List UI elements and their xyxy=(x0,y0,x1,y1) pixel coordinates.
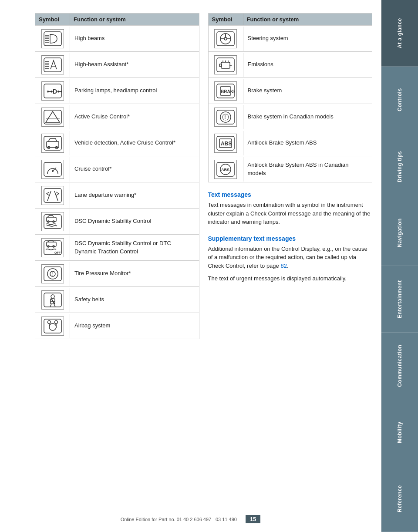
dsc-dtc-label: DSC Dynamic Stability Control or DTC Dyn… xyxy=(70,237,199,258)
symbol-box xyxy=(41,317,64,336)
abs-icon: ABS xyxy=(216,135,235,151)
symbol-active-cruise xyxy=(35,105,70,129)
symbol-safety-belts xyxy=(35,288,70,312)
symbol-tire-pressure: ! xyxy=(35,262,70,286)
airbag-icon xyxy=(43,318,62,334)
cruise-control-label: Cruise control* xyxy=(70,162,199,175)
svg-line-46 xyxy=(50,304,51,307)
symbol-box: ! xyxy=(214,29,237,48)
left-table: Symbol Function or system xyxy=(35,13,199,339)
parking-lamps-icon: ⊶D⊷ xyxy=(43,83,62,99)
active-cruise-icon xyxy=(43,109,62,125)
symbol-brake-system: BRAKE xyxy=(209,79,243,103)
sidebar-tab-reference[interactable]: Reference xyxy=(381,465,418,532)
dsc-label: DSC Dynamic Stability Control xyxy=(70,215,199,228)
supplementary-section: Supplementary text messages Additional i… xyxy=(208,235,373,283)
svg-point-51 xyxy=(49,323,56,330)
active-cruise-label: Active Cruise Control* xyxy=(70,110,199,123)
sidebar-tab-label: Communication xyxy=(397,345,403,387)
svg-rect-62 xyxy=(221,62,230,68)
sidebar-tab-label: Mobility xyxy=(397,421,403,443)
left-table-header: Symbol Function or system xyxy=(35,13,199,25)
table-row: Emissions xyxy=(209,51,372,77)
vehicle-detection-label: Vehicle detection, Active Cruise Control… xyxy=(70,136,199,149)
symbol-box: OFF xyxy=(41,238,64,257)
brake-canadian-icon: ! xyxy=(216,109,235,125)
text-messages-body: Text messages in combination with a symb… xyxy=(208,201,373,226)
table-row: High beams xyxy=(35,25,199,51)
symbol-high-beam-assistant xyxy=(35,53,70,77)
lane-departure-icon xyxy=(43,188,62,203)
high-beam-assistant-icon xyxy=(43,57,62,73)
symbol-steering: ! xyxy=(209,27,243,51)
table-row: ! Tire Pressure Monitor* xyxy=(35,260,199,286)
table-row: Cruise control* xyxy=(35,156,199,182)
symbol-parking-lamps: ⊶D⊷ xyxy=(35,79,70,103)
svg-line-47 xyxy=(54,304,55,307)
symbol-box xyxy=(41,134,64,153)
symbol-box: ABS xyxy=(214,134,237,153)
symbol-box xyxy=(214,55,237,74)
symbol-dsc xyxy=(35,209,70,234)
safety-belts-label: Safety belts xyxy=(70,293,199,306)
supplementary-body2: The text of urgent messages is displayed… xyxy=(208,274,373,283)
steering-icon: ! xyxy=(216,31,235,47)
two-columns: Symbol Function or system xyxy=(35,13,372,339)
table-row: ⊶D⊷ Parking lamps, headlamp control xyxy=(35,77,199,104)
page-link[interactable]: 82 xyxy=(280,263,287,269)
sidebar-tab-navigation[interactable]: Navigation xyxy=(381,199,418,266)
right-symbol-header: Symbol xyxy=(209,13,243,25)
table-row: ! Steering system xyxy=(209,25,372,51)
right-column: Symbol Function or system xyxy=(208,13,373,339)
sidebar-tab-at-glance[interactable]: At a glance xyxy=(381,0,418,67)
brake-system-label: Brake system xyxy=(243,84,372,97)
high-beams-label: High beams xyxy=(70,32,199,45)
abs-label: Antilock Brake System ABS xyxy=(243,136,372,149)
symbol-airbag xyxy=(35,314,70,338)
symbol-high-beams xyxy=(35,27,70,51)
right-function-header: Function or system xyxy=(243,13,372,25)
right-table-header: Symbol Function or system xyxy=(209,13,372,25)
table-row: ABS Antilock Brake System ABS xyxy=(209,130,372,156)
symbol-cruise-control xyxy=(35,157,70,182)
symbol-box xyxy=(41,290,64,310)
symbol-box xyxy=(41,55,64,74)
tire-pressure-icon: ! xyxy=(43,266,62,282)
symbol-box xyxy=(41,29,64,48)
symbol-vehicle-detection xyxy=(35,131,70,155)
safety-belts-icon xyxy=(43,292,62,308)
right-table: Symbol Function or system xyxy=(208,13,373,182)
main-content: Symbol Function or system xyxy=(0,0,381,532)
svg-text:ABS: ABS xyxy=(221,168,229,172)
text-messages-section: Text messages Text messages in combinati… xyxy=(208,191,373,226)
symbol-abs: ABS xyxy=(209,131,243,155)
dsc-icon xyxy=(43,214,62,229)
right-sidebar: At a glance Controls Driving tips Naviga… xyxy=(381,0,418,532)
sidebar-tab-driving[interactable]: Driving tips xyxy=(381,133,418,200)
symbol-box: ⊶D⊷ xyxy=(41,81,64,101)
dsc-dtc-icon: OFF xyxy=(43,240,62,256)
sidebar-tab-mobility[interactable]: Mobility xyxy=(381,399,418,466)
symbol-lane-departure xyxy=(35,183,70,208)
svg-text:⊶D⊷: ⊶D⊷ xyxy=(47,88,62,95)
abs-canadian-label: Antilock Brake System ABS in Canadian mo… xyxy=(243,158,372,179)
symbol-box: ABS xyxy=(214,160,237,179)
page-footer: Online Edition for Part no. 01 40 2 606 … xyxy=(0,515,381,523)
sidebar-tab-label: Entertainment xyxy=(397,280,403,318)
sidebar-tab-entertainment[interactable]: Entertainment xyxy=(381,266,418,333)
svg-text:!: ! xyxy=(224,114,226,120)
airbag-label: Airbag system xyxy=(70,319,199,332)
svg-rect-41 xyxy=(44,293,61,307)
sidebar-tab-communication[interactable]: Communication xyxy=(381,333,418,399)
svg-rect-22 xyxy=(44,162,61,176)
brake-system-icon: BRAKE xyxy=(216,83,235,99)
vehicle-detection-icon xyxy=(43,135,62,151)
parking-lamps-label: Parking lamps, headlamp control xyxy=(70,84,199,97)
text-messages-heading: Text messages xyxy=(208,191,373,198)
symbol-emissions xyxy=(209,53,243,77)
sidebar-tab-controls[interactable]: Controls xyxy=(381,67,418,133)
page-wrapper: Symbol Function or system xyxy=(0,0,418,532)
sidebar-tab-label: Controls xyxy=(397,88,403,111)
lane-departure-label: Lane departure warning* xyxy=(70,189,199,202)
table-row: BRAKE Brake system xyxy=(209,77,372,104)
